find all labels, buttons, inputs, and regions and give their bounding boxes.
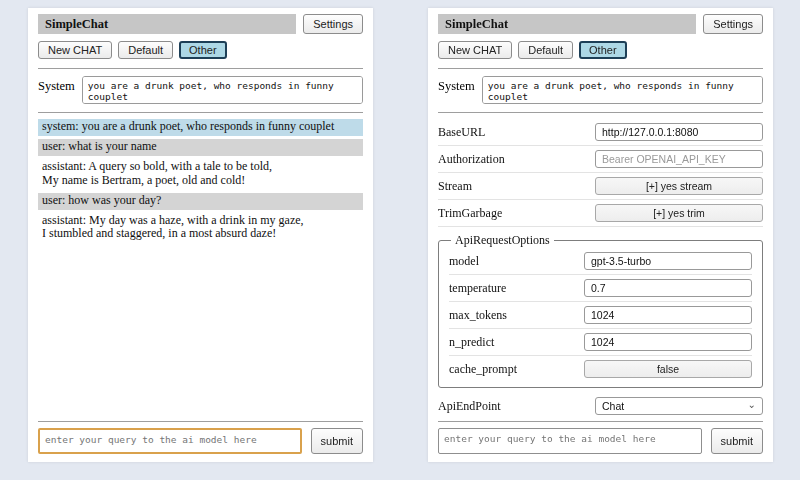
divider (438, 421, 763, 422)
page: SimpleChat Settings New CHAT Default Oth… (0, 0, 800, 462)
setting-label: TrimGarbage (438, 206, 595, 221)
chevron-down-icon: ⌄ (748, 400, 756, 410)
cache-prompt-toggle-button[interactable]: false (584, 360, 752, 378)
settings-header: SimpleChat Settings (438, 14, 763, 34)
settings-row: BaseURL (438, 119, 763, 146)
settings-button[interactable]: Settings (703, 14, 763, 34)
submit-button[interactable]: submit (311, 428, 363, 454)
setting-label: temperature (449, 281, 584, 296)
session-tab-default[interactable]: Default (118, 41, 173, 59)
settings-row: n_predict (449, 329, 752, 356)
settings-row: Authorization (438, 146, 763, 173)
chat-message-user: user: what is your name (38, 139, 363, 156)
divider (438, 68, 763, 69)
chat-message-assistant: assistant: My day was a haze, with a dri… (38, 213, 363, 244)
system-label: System (38, 76, 75, 104)
settings-top-rows: BaseURLAuthorizationStream[+] yes stream… (438, 119, 763, 227)
query-input[interactable] (438, 428, 702, 454)
setting-label: BaseURL (438, 125, 595, 140)
new-chat-button[interactable]: New CHAT (438, 41, 512, 59)
settings-fieldset-rows: modeltemperaturemax_tokensn_predictcache… (449, 248, 752, 382)
app-title: SimpleChat (438, 14, 696, 34)
session-toolbar: New CHAT Default Other (438, 41, 763, 59)
setting-label: n_predict (449, 335, 584, 350)
setting-label: cache_prompt (449, 362, 584, 377)
settings-row: TrimGarbage[+] yes trim (438, 200, 763, 227)
setting-label: model (449, 254, 584, 269)
query-row: submit (438, 428, 763, 454)
settings-panel: SimpleChat Settings New CHAT Default Oth… (428, 8, 773, 462)
model-input[interactable] (584, 252, 752, 270)
settings-bottom-rows: ApiEndPointChat⌄ChatHistoryInCtxtLast1⌄C… (438, 393, 763, 419)
system-prompt-input[interactable]: you are a drunk poet, who responds in fu… (82, 76, 363, 104)
system-prompt-input[interactable]: you are a drunk poet, who responds in fu… (482, 76, 763, 104)
divider (38, 68, 363, 69)
n-predict-input[interactable] (584, 333, 752, 351)
selected-option: Chat (602, 400, 624, 412)
divider (38, 112, 363, 113)
chat-panel: SimpleChat Settings New CHAT Default Oth… (28, 8, 373, 462)
session-tab-other[interactable]: Other (179, 41, 227, 59)
authorization-input[interactable] (595, 150, 763, 168)
chat-history: system: you are a drunk poet, who respon… (38, 117, 363, 419)
api-request-options-fieldset: ApiRequestOptions modeltemperaturemax_to… (438, 233, 763, 388)
setting-label: Stream (438, 179, 595, 194)
settings-row: cache_promptfalse (449, 356, 752, 382)
chat-header: SimpleChat Settings (38, 14, 363, 34)
session-tab-other[interactable]: Other (579, 41, 627, 59)
setting-label: ApiEndPoint (438, 399, 595, 414)
trimgarbage-toggle-button[interactable]: [+] yes trim (595, 204, 763, 222)
app-title: SimpleChat (38, 14, 296, 34)
session-toolbar: New CHAT Default Other (38, 41, 363, 59)
max-tokens-input[interactable] (584, 306, 752, 324)
settings-row: temperature (449, 275, 752, 302)
system-label: System (438, 76, 475, 104)
chat-message-assistant: assistant: A query so bold, with a tale … (38, 159, 363, 190)
settings-row: max_tokens (449, 302, 752, 329)
chat-message-system: system: you are a drunk poet, who respon… (38, 119, 363, 136)
setting-label: max_tokens (449, 308, 584, 323)
setting-label: Authorization (438, 152, 595, 167)
query-input[interactable] (38, 428, 302, 454)
settings-row: Stream[+] yes stream (438, 173, 763, 200)
divider (38, 421, 363, 422)
submit-button[interactable]: submit (711, 428, 763, 454)
apiendpoint-select[interactable]: Chat⌄ (595, 397, 763, 415)
temperature-input[interactable] (584, 279, 752, 297)
settings-row: model (449, 248, 752, 275)
chat-message-user: user: how was your day? (38, 193, 363, 210)
divider (438, 112, 763, 113)
new-chat-button[interactable]: New CHAT (38, 41, 112, 59)
baseurl-input[interactable] (595, 123, 763, 141)
settings-button[interactable]: Settings (303, 14, 363, 34)
query-row: submit (38, 428, 363, 454)
session-tab-default[interactable]: Default (518, 41, 573, 59)
fieldset-legend: ApiRequestOptions (451, 233, 554, 248)
settings-list: BaseURLAuthorizationStream[+] yes stream… (438, 117, 763, 419)
system-prompt-row: System you are a drunk poet, who respond… (438, 76, 763, 104)
settings-row: ApiEndPointChat⌄ (438, 393, 763, 419)
system-prompt-row: System you are a drunk poet, who respond… (38, 76, 363, 104)
stream-toggle-button[interactable]: [+] yes stream (595, 177, 763, 195)
